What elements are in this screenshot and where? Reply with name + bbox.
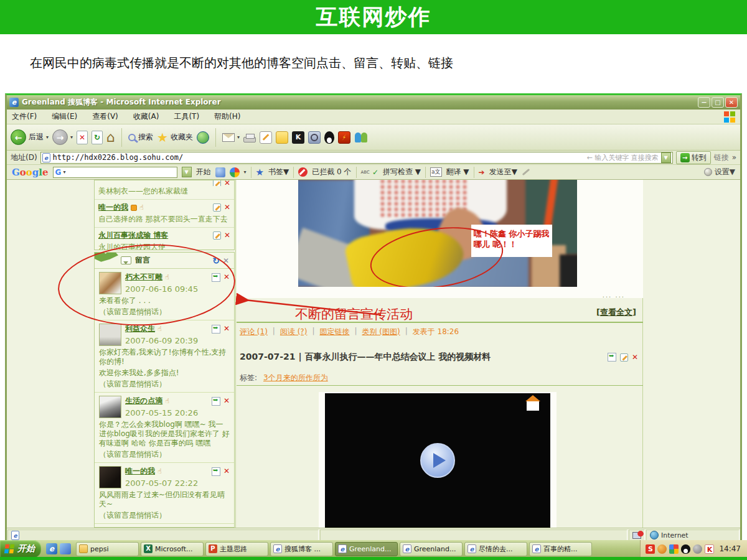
- search-button[interactable]: 搜索: [128, 132, 153, 142]
- task-button[interactable]: pepsi: [76, 542, 139, 556]
- tag-link[interactable]: 3个月来的所作所为: [263, 373, 328, 383]
- color-tray-icon[interactable]: [669, 544, 679, 554]
- reply-icon[interactable]: [212, 467, 220, 476]
- menu-favorites[interactable]: 收藏(A): [133, 111, 159, 122]
- close-button[interactable]: [725, 97, 738, 108]
- delete-post-icon[interactable]: [632, 353, 638, 362]
- qq-button[interactable]: [324, 131, 334, 144]
- mail-button[interactable]: ▾: [222, 133, 240, 142]
- task-button-active[interactable]: Greenland...: [335, 542, 398, 556]
- reply-icon[interactable]: [212, 397, 220, 406]
- popup-blocked-count[interactable]: 已拦截 0 个: [312, 167, 351, 177]
- delete-icon[interactable]: [224, 203, 230, 212]
- delete-icon[interactable]: [223, 397, 230, 405]
- address-dropdown-icon[interactable]: [661, 152, 671, 163]
- refresh-button[interactable]: [92, 131, 103, 144]
- translate-button[interactable]: 翻译 ▼: [446, 167, 469, 177]
- task-button[interactable]: 主题思路: [205, 542, 268, 556]
- k-plugin-button[interactable]: [292, 131, 304, 144]
- favorites-button[interactable]: 收藏夹: [157, 130, 193, 145]
- task-button[interactable]: Greenland...: [400, 542, 463, 556]
- gray-tray-icon[interactable]: [693, 544, 702, 554]
- google-start-button[interactable]: 开始: [196, 167, 211, 177]
- reads-count-link[interactable]: 阅读 (?): [280, 327, 308, 337]
- avatar[interactable]: [99, 466, 121, 488]
- history-button[interactable]: [197, 131, 209, 144]
- video-home-icon[interactable]: [527, 401, 539, 411]
- stop-button[interactable]: [77, 131, 88, 144]
- delete-icon[interactable]: [224, 231, 230, 240]
- post-title[interactable]: 2007-07-21 | 百事永川执行——年中总结会议上 我的视频材料: [240, 352, 491, 363]
- avatar[interactable]: [99, 324, 121, 346]
- links-chevron-icon[interactable]: [732, 153, 736, 162]
- edit-post-icon[interactable]: [620, 353, 628, 362]
- google-settings-button[interactable]: 设置▼: [704, 167, 735, 177]
- print-button[interactable]: [243, 137, 256, 142]
- menu-edit[interactable]: 编辑(E): [52, 111, 77, 122]
- back-dropdown-icon[interactable]: ▾: [46, 134, 49, 140]
- edit-icon[interactable]: [213, 180, 221, 186]
- media-search-button[interactable]: [308, 131, 321, 144]
- menu-tools[interactable]: 工具(T): [174, 111, 199, 122]
- highlighter-pencil-icon[interactable]: [522, 169, 530, 175]
- task-button[interactable]: Microsoft...: [141, 542, 204, 556]
- back-button[interactable]: 后退 ▾: [11, 129, 49, 145]
- commenter-name-link[interactable]: 唯一的我: [125, 466, 155, 477]
- orange-tray-icon[interactable]: [657, 544, 667, 554]
- spellcheck-button[interactable]: 拼写检查 ▼: [383, 167, 421, 177]
- friend-name-link[interactable]: 永川百事张成瑜 博客: [98, 230, 168, 241]
- task-button[interactable]: 搜狐博客 ...: [270, 542, 333, 556]
- video-play-button[interactable]: [420, 443, 455, 478]
- quick-launch-app-icon[interactable]: [60, 543, 71, 554]
- reply-icon[interactable]: [212, 325, 220, 334]
- qq-tray-icon[interactable]: [681, 544, 690, 554]
- google-dice-icon[interactable]: [215, 167, 225, 177]
- comments-count-link[interactable]: 评论 (1): [240, 327, 268, 337]
- forward-button[interactable]: ▾: [52, 129, 73, 145]
- k-tray-icon[interactable]: [705, 544, 714, 554]
- friend-name-link[interactable]: 唯一的我: [98, 202, 128, 213]
- minimize-button[interactable]: [698, 97, 710, 108]
- google-search-input[interactable]: ▾: [53, 167, 177, 178]
- send-to-button[interactable]: 发送至▼: [489, 167, 517, 177]
- forward-dropdown-icon[interactable]: ▾: [70, 134, 73, 140]
- category-link[interactable]: 类别 (图图): [362, 327, 400, 337]
- menu-file[interactable]: 文件(F): [12, 111, 37, 122]
- edit-icon[interactable]: [213, 231, 221, 240]
- delete-icon[interactable]: [223, 325, 230, 333]
- menu-view[interactable]: 查看(V): [92, 111, 118, 122]
- edit-icon[interactable]: [213, 203, 221, 212]
- links-label[interactable]: 链接: [714, 152, 729, 163]
- edit-button[interactable]: [260, 131, 272, 144]
- go-button[interactable]: 转到: [676, 151, 711, 164]
- avatar[interactable]: [99, 396, 121, 418]
- quick-launch-ie-icon[interactable]: [46, 543, 57, 554]
- task-button[interactable]: 百事的精...: [529, 542, 592, 556]
- thunder-download-button[interactable]: [338, 131, 350, 144]
- msn-messenger-button[interactable]: [354, 131, 368, 144]
- forward-post-icon[interactable]: [608, 353, 616, 362]
- task-button[interactable]: 尽情的去...: [464, 542, 527, 556]
- comment-item: 唯一的我 2007-05-07 22:22 风风雨雨走了过来~但仍旧没有看见晴天…: [95, 463, 234, 524]
- commenter-name-link[interactable]: 生活の点滴: [125, 396, 162, 406]
- sogou-tray-icon[interactable]: [646, 544, 655, 554]
- messenger-note-button[interactable]: [276, 131, 288, 144]
- google-options-dropdown-icon[interactable]: ▾: [244, 169, 247, 175]
- delete-icon[interactable]: [224, 180, 230, 186]
- menu-help[interactable]: 帮助(H): [214, 111, 240, 122]
- delete-icon[interactable]: [223, 467, 230, 475]
- google-search-go-icon[interactable]: [182, 167, 192, 177]
- window-titlebar[interactable]: e Greenland 搜狐博客 - Microsoft Internet Ex…: [7, 95, 740, 110]
- google-search-dropdown-icon[interactable]: ▾: [63, 169, 65, 175]
- home-button[interactable]: [106, 129, 115, 145]
- powerpoint-icon: [209, 544, 217, 553]
- address-input[interactable]: http://hdx0226.blog.sohu.com/ ← 输入关键字 直接…: [40, 152, 673, 164]
- video-player[interactable]: [325, 393, 550, 528]
- mail-dropdown-icon[interactable]: ▾: [237, 134, 240, 140]
- maximize-button[interactable]: [712, 97, 724, 108]
- permalink-link[interactable]: 固定链接: [319, 327, 349, 337]
- google-bookmarks-button[interactable]: 书签▼: [268, 167, 289, 177]
- google-pagerank-icon[interactable]: [230, 167, 240, 177]
- start-button[interactable]: 开始: [0, 540, 41, 558]
- view-full-link[interactable]: [查看全文]: [596, 307, 636, 318]
